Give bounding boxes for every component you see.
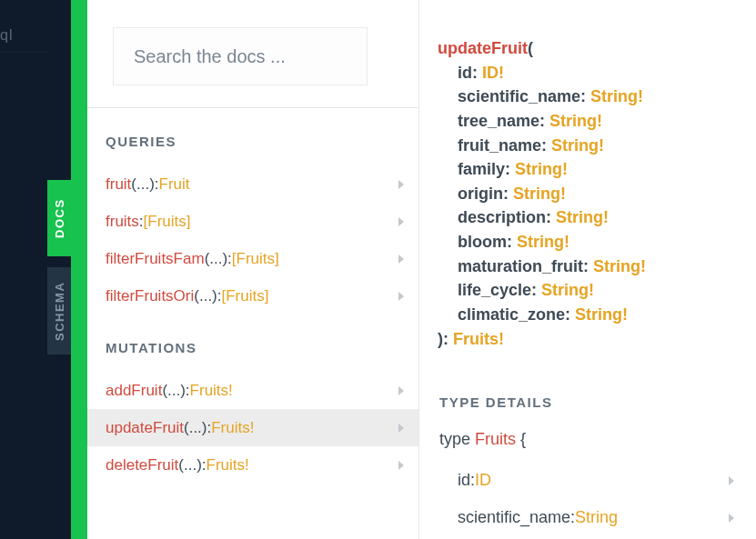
- arg-name: fruit_name: [458, 136, 541, 155]
- signature-arg-description: description: String!: [438, 205, 738, 230]
- arg-name: id: [458, 64, 472, 82]
- arg-colon: :: [541, 136, 551, 155]
- arg-colon: :: [507, 233, 517, 251]
- queries-header: QUERIES: [87, 108, 418, 165]
- editor-hint-text: ql: [0, 27, 13, 44]
- type-open-brace: {: [516, 430, 526, 448]
- signature-args: id: ID!scientific_name: String!tree_name…: [438, 61, 738, 327]
- docs-item-filterFruitsFam[interactable]: filterFruitsFam(...): [Fruits]: [87, 240, 418, 277]
- arg-type[interactable]: String!: [515, 160, 568, 178]
- arg-name: climatic_zone: [458, 305, 565, 324]
- signature-close-paren: ):: [438, 330, 453, 348]
- chevron-right-icon: [729, 476, 734, 485]
- search-wrap: [87, 0, 418, 108]
- signature-arg-family: family: String!: [438, 157, 738, 182]
- arg-colon: :: [546, 208, 556, 226]
- signature-arg-fruit_name: fruit_name: String!: [438, 134, 738, 158]
- docs-item-updateFruit[interactable]: updateFruit(...): Fruits!: [87, 409, 418, 446]
- item-type: Fruits!: [207, 456, 249, 474]
- queries-list: fruit(...): Fruitfruits: [Fruits]filterF…: [87, 165, 418, 314]
- type-field-id[interactable]: id: ID: [438, 462, 738, 499]
- item-punct: (...):: [205, 250, 232, 268]
- type-fields-list: id: IDscientific_name: String: [438, 462, 738, 536]
- item-type: [Fruits]: [144, 213, 191, 231]
- item-type: [Fruits]: [232, 250, 279, 268]
- signature-fn-name: updateFruit: [438, 39, 528, 57]
- type-field-scientific_name[interactable]: scientific_name: String: [438, 499, 738, 536]
- item-name: filterFruitsFam: [106, 250, 205, 268]
- signature-close-line: ): Fruits!: [438, 327, 738, 352]
- arg-name: family: [458, 160, 505, 178]
- search-input[interactable]: [113, 27, 368, 85]
- type-name: Fruits: [475, 430, 516, 448]
- item-punct: (...):: [184, 419, 211, 437]
- item-type: Fruits!: [190, 382, 233, 400]
- docs-item-fruit[interactable]: fruit(...): Fruit: [87, 165, 418, 203]
- arg-name: maturation_fruit: [458, 257, 583, 275]
- arg-name: description: [458, 208, 546, 226]
- signature-arg-maturation_fruit: maturation_fruit: String!: [438, 255, 738, 279]
- arg-colon: :: [503, 185, 513, 203]
- signature-return-type[interactable]: Fruits!: [453, 330, 504, 348]
- chevron-right-icon: [398, 292, 404, 301]
- field-type: String: [575, 508, 618, 527]
- arg-colon: :: [580, 87, 590, 105]
- arg-type[interactable]: String!: [549, 112, 602, 130]
- arg-type[interactable]: String!: [590, 87, 643, 105]
- arg-type[interactable]: String!: [517, 233, 570, 251]
- side-tabs: DOCS SCHEMA: [47, 0, 71, 539]
- item-type: Fruit: [159, 175, 190, 194]
- editor-divider: [0, 51, 47, 53]
- item-name: addFruit: [106, 382, 162, 400]
- arg-colon: :: [472, 64, 482, 82]
- arg-type[interactable]: String!: [513, 185, 566, 203]
- item-name: fruit: [106, 175, 131, 194]
- arg-colon: :: [539, 112, 549, 130]
- arg-name: tree_name: [458, 112, 539, 130]
- signature-arg-bloom: bloom: String!: [438, 230, 738, 255]
- arg-type[interactable]: String!: [593, 257, 646, 275]
- arg-name: life_cycle: [458, 281, 531, 299]
- chevron-right-icon: [398, 180, 404, 189]
- item-name: filterFruitsOri: [106, 287, 194, 305]
- signature-arg-id: id: ID!: [438, 61, 738, 85]
- docs-item-fruits[interactable]: fruits: [Fruits]: [87, 203, 418, 240]
- type-keyword: type: [439, 430, 475, 448]
- tab-docs[interactable]: DOCS: [47, 180, 71, 256]
- arg-type[interactable]: String!: [556, 208, 609, 226]
- arg-name: origin: [458, 185, 503, 203]
- signature-open-paren: (: [528, 39, 533, 57]
- chevron-right-icon: [398, 461, 404, 470]
- field-type: ID: [475, 471, 491, 490]
- item-type: Fruits!: [211, 419, 254, 437]
- tab-schema-label: SCHEMA: [53, 281, 66, 340]
- signature-arg-scientific_name: scientific_name: String!: [438, 85, 738, 109]
- chevron-right-icon: [729, 514, 734, 523]
- field-name: scientific_name: [458, 508, 570, 527]
- item-name: deleteFruit: [106, 456, 178, 474]
- tab-schema[interactable]: SCHEMA: [47, 267, 71, 354]
- editor-background: ql: [0, 0, 47, 539]
- item-type: [Fruits]: [222, 287, 269, 305]
- signature-arg-tree_name: tree_name: String!: [438, 109, 738, 134]
- arg-type[interactable]: ID!: [482, 64, 504, 82]
- item-punct: (...):: [162, 382, 189, 400]
- signature-open-line: updateFruit(: [438, 36, 738, 61]
- docs-panel: QUERIES fruit(...): Fruitfruits: [Fruits…: [87, 0, 419, 539]
- arg-type[interactable]: String!: [541, 281, 594, 299]
- mutations-list: addFruit(...): Fruits!updateFruit(...): …: [87, 372, 418, 484]
- arg-type[interactable]: String!: [575, 305, 628, 324]
- chevron-right-icon: [398, 255, 404, 264]
- arg-name: bloom: [458, 233, 507, 251]
- arg-colon: :: [583, 257, 593, 275]
- signature-arg-origin: origin: String!: [438, 182, 738, 206]
- arg-name: scientific_name: [458, 87, 580, 105]
- docs-item-addFruit[interactable]: addFruit(...): Fruits!: [87, 372, 418, 409]
- arg-colon: :: [565, 305, 575, 324]
- docs-item-filterFruitsOri[interactable]: filterFruitsOri(...): [Fruits]: [87, 277, 418, 314]
- arg-colon: :: [505, 160, 515, 178]
- arg-type[interactable]: String!: [551, 136, 604, 155]
- signature-block: updateFruit( id: ID!scientific_name: Str…: [438, 36, 738, 351]
- docs-item-deleteFruit[interactable]: deleteFruit(...): Fruits!: [87, 446, 418, 484]
- type-declaration: type Fruits {: [439, 430, 738, 449]
